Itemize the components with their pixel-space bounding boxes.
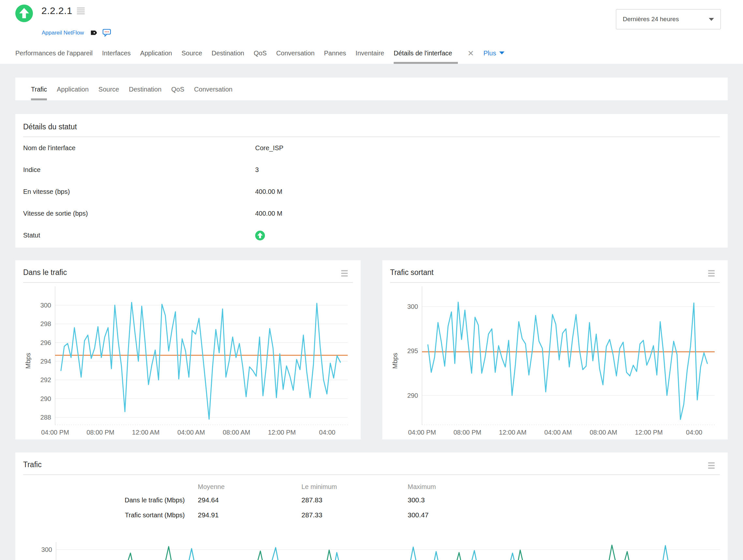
traffic-in-chart[interactable]: 300298296294292290288Mbps04:00 PM08:00 P…: [15, 284, 361, 437]
traffic-out-chart[interactable]: 300295290Mbps04:00 PM08:00 PM12:00 AM04:…: [382, 284, 728, 437]
row-label: Dans le trafic (Mbps): [15, 497, 185, 504]
min-value: 287.83: [289, 496, 395, 504]
traffic-combined-title: Trafic: [23, 460, 42, 469]
traffic-in-panel: Dans le trafic 300298296294292290288Mbps…: [15, 260, 361, 439]
svg-text:290: 290: [407, 392, 418, 399]
device-title: 2.2.2.1: [41, 5, 72, 16]
svg-text:300: 300: [41, 546, 52, 553]
traffic-combined-chart[interactable]: 300: [15, 534, 728, 560]
detail-row-out-speed: Vitesse de sortie (bps) 400.00 M: [23, 203, 720, 225]
time-range-value: Dernières 24 heures: [623, 16, 679, 23]
status-up-icon: [255, 231, 265, 240]
chevron-down-icon: [709, 18, 714, 21]
avg-value: 294.64: [185, 496, 289, 504]
detail-value: Core_ISP: [255, 144, 283, 152]
subtab-conversation[interactable]: Conversation: [194, 78, 233, 100]
subtab-trafic[interactable]: Trafic: [31, 78, 47, 100]
svg-text:04:00: 04:00: [686, 429, 702, 436]
chevron-down-icon: [499, 51, 505, 54]
device-type-link[interactable]: Appareil NetFlow: [42, 30, 84, 36]
svg-text:12:00 PM: 12:00 PM: [635, 429, 663, 436]
detail-label: Statut: [23, 232, 40, 239]
tab-conversation[interactable]: Conversation: [276, 49, 314, 64]
detail-value: 400.00 M: [255, 210, 282, 217]
tab-qos[interactable]: QoS: [254, 49, 267, 64]
page-header: 2.2.2.1 Appareil NetFlow Dernières 24 he…: [0, 0, 743, 64]
svg-text:08:00 AM: 08:00 AM: [590, 429, 617, 436]
tab-inventaire[interactable]: Inventaire: [355, 49, 384, 64]
detail-value: 3: [255, 166, 259, 174]
panel-menu-icon[interactable]: [708, 270, 715, 277]
svg-text:04:00 PM: 04:00 PM: [41, 429, 69, 436]
tag-icon[interactable]: [89, 29, 97, 37]
detail-row-in-speed: En vitesse (bps) 400.00 M: [23, 181, 720, 203]
svg-text:294: 294: [40, 358, 51, 365]
tab-plus[interactable]: Plus: [484, 49, 505, 64]
divider: [23, 474, 720, 475]
detail-value: 400.00 M: [255, 188, 282, 195]
svg-text:295: 295: [407, 347, 418, 355]
traffic-in-title: Dans le trafic: [23, 268, 67, 277]
svg-text:08:00 PM: 08:00 PM: [86, 429, 115, 436]
tab-pannes[interactable]: Pannes: [324, 49, 346, 64]
column-moyenne: Moyenne: [185, 483, 289, 491]
svg-text:04:00 AM: 04:00 AM: [544, 429, 572, 436]
svg-text:298: 298: [40, 320, 51, 327]
svg-text:12:00 AM: 12:00 AM: [132, 429, 160, 436]
svg-text:04:00: 04:00: [319, 429, 335, 436]
svg-text:Mbps: Mbps: [391, 353, 399, 369]
row-label: Trafic sortant (Mbps): [15, 511, 185, 519]
main-tabs: Performances de l'appareil Interfaces Ap…: [15, 49, 505, 64]
tab-destination[interactable]: Destination: [212, 49, 244, 64]
traffic-out-panel: Trafic sortant 300295290Mbps04:00 PM08:0…: [382, 260, 728, 439]
status-details-title: Détails du statut: [23, 114, 720, 131]
svg-text:300: 300: [407, 303, 418, 310]
detail-label: En vitesse (bps): [23, 188, 70, 195]
svg-text:290: 290: [40, 395, 51, 402]
status-details-panel: Détails du statut Nom de l'interface Cor…: [15, 114, 728, 247]
comment-icon[interactable]: [102, 29, 111, 37]
traffic-combined-panel: Trafic Moyenne Le minimum Maximum Dans l…: [15, 453, 728, 560]
main-content: Trafic Application Source Destination Qo…: [0, 78, 743, 560]
panel-menu-icon[interactable]: [341, 270, 348, 277]
tab-performances[interactable]: Performances de l'appareil: [15, 49, 93, 64]
plus-label: Plus: [484, 49, 496, 57]
svg-text:04:00 AM: 04:00 AM: [177, 429, 205, 436]
subtab-source[interactable]: Source: [98, 78, 119, 100]
svg-text:04:00 PM: 04:00 PM: [408, 429, 436, 436]
detail-row-interface-name: Nom de l'interface Core_ISP: [23, 137, 720, 159]
tab-application[interactable]: Application: [140, 49, 172, 64]
max-value: 300.3: [395, 496, 728, 504]
divider: [390, 282, 720, 283]
subtab-destination[interactable]: Destination: [129, 78, 161, 100]
detail-label: Indice: [23, 166, 40, 174]
svg-text:08:00 AM: 08:00 AM: [223, 429, 251, 436]
detail-label: Vitesse de sortie (bps): [23, 210, 88, 217]
device-menu-icon[interactable]: [77, 7, 85, 14]
table-row: Trafic sortant (Mbps) 294.91 287.33 300.…: [15, 508, 728, 522]
summary-header-row: Moyenne Le minimum Maximum: [15, 481, 728, 493]
subtab-qos[interactable]: QoS: [171, 78, 184, 100]
svg-text:292: 292: [40, 376, 51, 383]
min-value: 287.33: [289, 511, 395, 519]
svg-text:Mbps: Mbps: [25, 353, 32, 369]
traffic-summary-table: Moyenne Le minimum Maximum Dans le trafi…: [15, 481, 728, 522]
column-maximum: Maximum: [395, 483, 728, 491]
tab-source[interactable]: Source: [181, 49, 202, 64]
traffic-out-title: Trafic sortant: [390, 268, 433, 277]
tab-details-interface[interactable]: Détails de l'interface: [394, 49, 458, 64]
detail-row-status: Statut: [23, 225, 720, 246]
tab-interfaces[interactable]: Interfaces: [102, 49, 131, 64]
subtab-application[interactable]: Application: [57, 78, 89, 100]
svg-text:300: 300: [40, 302, 51, 309]
panel-menu-icon[interactable]: [708, 462, 715, 469]
column-minimum: Le minimum: [289, 483, 395, 491]
time-range-select[interactable]: Dernières 24 heures: [616, 9, 721, 29]
svg-text:08:00 PM: 08:00 PM: [453, 429, 481, 436]
divider: [23, 282, 353, 283]
close-icon[interactable]: ✕: [467, 49, 474, 64]
avg-value: 294.91: [185, 511, 289, 519]
svg-text:296: 296: [40, 339, 51, 346]
svg-text:12:00 PM: 12:00 PM: [268, 429, 296, 436]
svg-text:288: 288: [40, 414, 51, 421]
